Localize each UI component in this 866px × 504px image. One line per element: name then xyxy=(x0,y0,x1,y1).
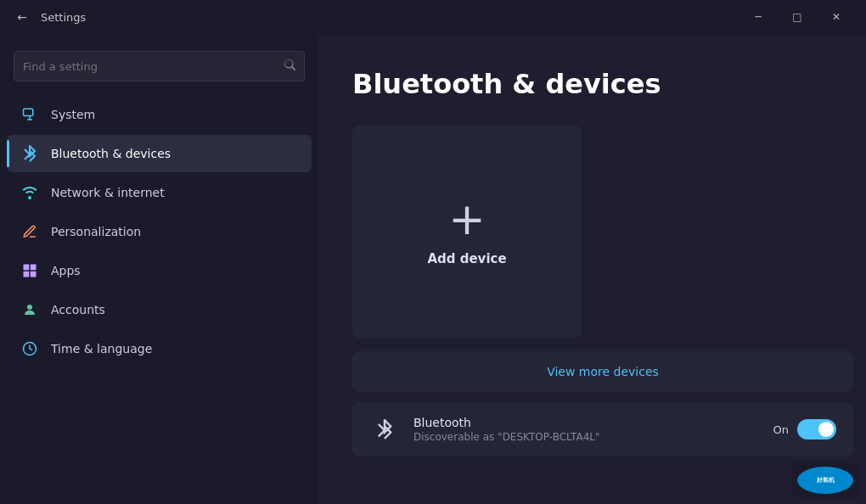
view-more-button[interactable]: View more devices xyxy=(352,351,853,392)
maximize-button[interactable]: □ xyxy=(778,3,817,31)
bluetooth-discoverable: Discoverable as "DESKTOP-BCLTA4L" xyxy=(413,431,760,443)
search-icon xyxy=(284,59,295,73)
sidebar: System Bluetooth & devices xyxy=(0,34,318,504)
window-title: Settings xyxy=(41,11,86,24)
back-button[interactable]: ← xyxy=(10,5,34,29)
add-device-label: Add device xyxy=(427,251,506,266)
add-device-plus-icon: + xyxy=(448,197,486,241)
toggle-label: On xyxy=(773,423,789,436)
add-device-card[interactable]: + Add device xyxy=(352,126,582,338)
settings-window: ← Settings ─ □ ✕ xyxy=(0,0,866,504)
svg-rect-4 xyxy=(31,265,37,271)
search-input[interactable] xyxy=(23,60,278,73)
titlebar: ← Settings ─ □ ✕ xyxy=(0,0,866,34)
sidebar-item-network[interactable]: Network & internet xyxy=(7,174,312,211)
main-layout: System Bluetooth & devices xyxy=(0,34,866,504)
sidebar-item-personalization[interactable]: Personalization xyxy=(7,213,312,250)
network-label: Network & internet xyxy=(51,186,165,199)
bluetooth-info: Bluetooth Discoverable as "DESKTOP-BCLTA… xyxy=(413,416,760,443)
system-label: System xyxy=(51,108,95,121)
apps-label: Apps xyxy=(51,264,81,277)
window-controls: ─ □ ✕ xyxy=(739,3,856,31)
sidebar-item-system[interactable]: System xyxy=(7,96,312,133)
svg-rect-6 xyxy=(31,272,37,277)
network-icon xyxy=(20,183,39,202)
close-button[interactable]: ✕ xyxy=(817,3,856,31)
bluetooth-name: Bluetooth xyxy=(413,416,760,429)
time-label: Time & language xyxy=(51,342,152,356)
svg-point-7 xyxy=(27,305,32,310)
personalization-icon xyxy=(20,222,39,241)
bluetooth-toggle[interactable] xyxy=(797,419,836,440)
toggle-area: On xyxy=(773,419,836,440)
bluetooth-label: Bluetooth & devices xyxy=(51,147,171,160)
apps-icon xyxy=(20,261,39,280)
svg-rect-5 xyxy=(24,272,30,277)
system-icon xyxy=(20,105,39,124)
sidebar-item-bluetooth[interactable]: Bluetooth & devices xyxy=(7,135,312,172)
time-icon xyxy=(20,339,39,358)
sidebar-item-apps[interactable]: Apps xyxy=(7,252,312,289)
page-title: Bluetooth & devices xyxy=(352,68,832,100)
right-panel: Bluetooth & devices + Add device View mo… xyxy=(318,34,866,504)
bluetooth-row: Bluetooth Discoverable as "DESKTOP-BCLTA… xyxy=(352,402,853,456)
sidebar-item-accounts[interactable]: Accounts xyxy=(7,291,312,328)
sidebar-item-time[interactable]: Time & language xyxy=(7,330,312,367)
bluetooth-nav-icon xyxy=(20,144,39,163)
minimize-button[interactable]: ─ xyxy=(739,3,778,31)
watermark: 好装机 xyxy=(791,463,859,497)
svg-rect-0 xyxy=(24,109,33,115)
svg-rect-3 xyxy=(24,265,30,271)
bluetooth-row-icon xyxy=(369,414,400,445)
accounts-label: Accounts xyxy=(51,303,105,316)
search-box[interactable] xyxy=(14,51,305,81)
accounts-icon xyxy=(20,300,39,319)
search-container xyxy=(14,51,305,81)
personalization-label: Personalization xyxy=(51,225,141,238)
